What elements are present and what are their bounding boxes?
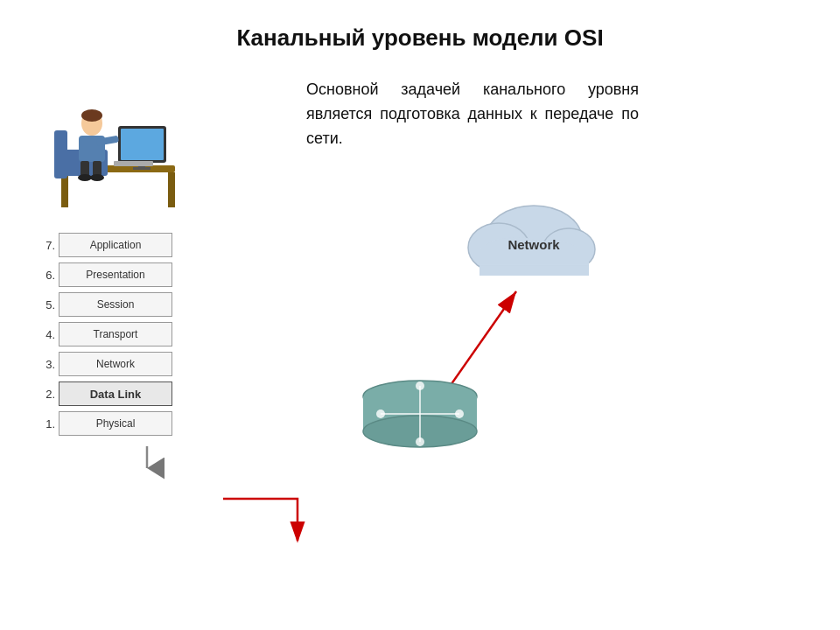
- osi-row: 1.Physical: [39, 410, 172, 438]
- osi-layer-number: 6.: [39, 269, 59, 282]
- svg-rect-2: [168, 172, 175, 207]
- osi-layer-label: Presentation: [59, 262, 172, 287]
- osi-layer-label: Transport: [59, 322, 172, 346]
- osi-layer-label: Network: [59, 352, 172, 376]
- osi-row: 3.Network: [39, 350, 172, 378]
- osi-layer-label: Session: [59, 292, 172, 317]
- osi-layer-label: Application: [59, 233, 172, 257]
- svg-point-36: [416, 382, 424, 390]
- osi-table: 7.Application6.Presentation5.Session4.Tr…: [39, 231, 172, 438]
- osi-row: 5.Session: [39, 290, 172, 318]
- osi-layer-number: 5.: [39, 298, 59, 312]
- svg-rect-9: [54, 130, 67, 178]
- osi-layer-number: 7.: [39, 239, 59, 252]
- page-title: Канальный уровень модели OSI: [0, 0, 840, 60]
- osi-layer-label: Data Link: [59, 382, 172, 406]
- osi-layer-number: 1.: [39, 417, 59, 430]
- svg-point-17: [90, 174, 104, 181]
- right-section: Основной задачей канального уровня являе…: [280, 78, 840, 475]
- osi-layer-number: 3.: [39, 358, 59, 371]
- left-section: 7.Application6.Presentation5.Session4.Tr…: [35, 78, 280, 475]
- osi-row: 6.Presentation: [39, 261, 172, 289]
- person-illustration: [44, 78, 201, 227]
- svg-point-37: [416, 438, 424, 446]
- osi-row: 2.Data Link: [39, 380, 172, 408]
- description-text: Основной задачей канального уровня являе…: [306, 78, 639, 151]
- content-area: 7.Application6.Presentation5.Session4.Tr…: [0, 60, 840, 475]
- page-container: Канальный уровень модели OSI: [0, 0, 840, 475]
- network-diagram: Network: [306, 178, 840, 475]
- osi-row: 4.Transport: [39, 320, 172, 348]
- svg-point-11: [81, 109, 102, 122]
- osi-layer-number: 4.: [39, 328, 59, 341]
- osi-row: 7.Application: [39, 231, 172, 259]
- svg-rect-6: [133, 167, 150, 170]
- svg-rect-4: [121, 129, 164, 160]
- svg-rect-7: [114, 161, 153, 166]
- svg-point-16: [78, 174, 92, 181]
- osi-layer-label: Physical: [59, 411, 172, 436]
- svg-rect-23: [480, 249, 589, 276]
- svg-text:Network: Network: [508, 237, 560, 252]
- svg-point-34: [376, 410, 385, 418]
- osi-layer-number: 2.: [39, 388, 59, 401]
- svg-point-35: [455, 410, 464, 418]
